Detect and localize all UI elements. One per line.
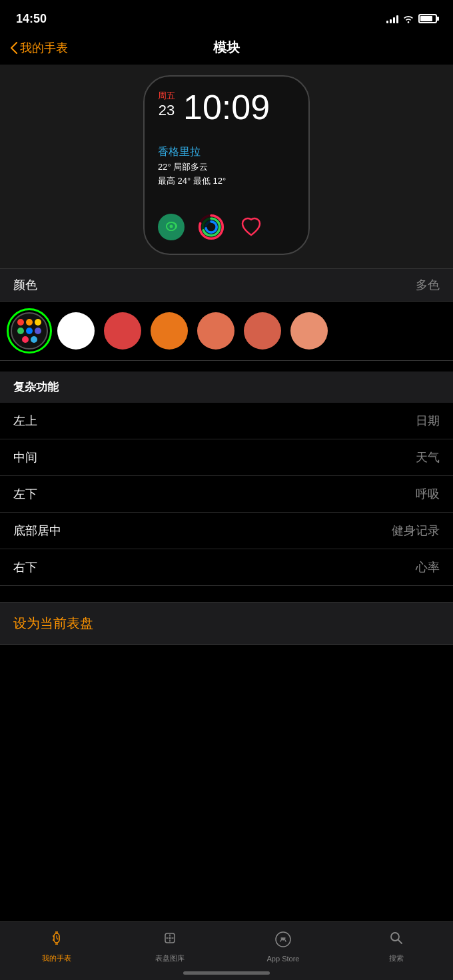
color-section-row: 颜色 多色: [0, 268, 453, 302]
watch-day-label: 周五: [158, 90, 175, 102]
tab-search-icon: [388, 929, 405, 951]
color-red[interactable]: [104, 312, 141, 350]
color-multicolor[interactable]: [11, 312, 48, 350]
watch-preview-container: 周五 23 10:09 香格里拉 22° 局部多云 最高 24° 最低 12°: [0, 65, 453, 268]
color-peach[interactable]: [290, 312, 328, 350]
complication-row-0[interactable]: 左上 日期: [0, 403, 453, 439]
complication-row-3[interactable]: 底部居中 健身记录: [0, 513, 453, 549]
complication-row-2[interactable]: 左下 呼吸: [0, 476, 453, 513]
complication-value-0: 日期: [416, 413, 440, 429]
tab-search[interactable]: 搜索: [340, 929, 453, 963]
tab-watch-faces-icon: [161, 929, 179, 951]
complication-label-4: 右下: [13, 559, 37, 575]
svg-line-23: [398, 940, 402, 943]
status-bar: 14:50: [0, 0, 453, 33]
status-time: 14:50: [16, 12, 47, 26]
home-indicator: [183, 971, 270, 975]
back-label: 我的手表: [20, 40, 68, 56]
complications-label: 复杂功能: [13, 381, 59, 393]
color-salmon[interactable]: [197, 312, 234, 350]
battery-icon: [418, 14, 437, 23]
complications-header: 复杂功能: [0, 371, 453, 403]
tab-watch-faces[interactable]: 表盘图库: [113, 929, 226, 963]
color-value: 多色: [416, 277, 440, 293]
color-label: 颜色: [13, 277, 37, 293]
status-icons: [386, 14, 437, 23]
color-picker-row[interactable]: [0, 302, 453, 361]
complication-value-4: 心率: [416, 559, 440, 575]
set-current-button[interactable]: 设为当前表盘: [13, 616, 93, 630]
complication-label-2: 左下: [13, 486, 37, 502]
svg-point-19: [169, 937, 171, 939]
color-coral[interactable]: [244, 312, 281, 350]
watch-weather-desc: 22° 局部多云: [158, 161, 295, 173]
signal-icon: [386, 14, 398, 23]
complication-activity: [198, 214, 225, 240]
complication-label-3: 底部居中: [13, 523, 61, 539]
complication-value-2: 呼吸: [416, 486, 440, 502]
nav-bar: 我的手表 模块: [0, 33, 453, 65]
watch-weather-range: 最高 24° 最低 12°: [158, 175, 295, 187]
watch-date-block: 周五 23: [158, 90, 175, 119]
tab-my-watch-icon: [48, 929, 65, 951]
tab-app-store-label: App Store: [267, 955, 300, 963]
watch-face: 周五 23 10:09 香格里拉 22° 局部多云 最高 24° 最低 12°: [143, 75, 310, 255]
svg-point-0: [170, 225, 173, 228]
complication-label-0: 左上: [13, 413, 37, 429]
svg-point-22: [391, 933, 399, 941]
complication-heart: [238, 214, 264, 240]
watch-complications: [158, 207, 295, 240]
complication-value-1: 天气: [416, 449, 440, 465]
complications-section: 复杂功能 左上 日期 中间 天气 左下 呼吸 底部居中 健身记录 右下 心率: [0, 371, 453, 586]
back-button[interactable]: 我的手表: [11, 40, 68, 56]
watch-time: 10:09: [183, 90, 270, 124]
complication-breath: [158, 214, 185, 240]
set-current-section[interactable]: 设为当前表盘: [0, 602, 453, 645]
color-white[interactable]: [57, 312, 95, 350]
color-orange[interactable]: [151, 312, 188, 350]
page-title: 模块: [213, 39, 240, 57]
watch-weather: 香格里拉 22° 局部多云 最高 24° 最低 12°: [158, 145, 295, 187]
tab-watch-faces-label: 表盘图库: [155, 953, 185, 963]
tab-my-watch-label: 我的手表: [42, 953, 71, 963]
tab-app-store-icon: [274, 931, 292, 952]
complication-label-1: 中间: [13, 449, 37, 465]
svg-line-13: [57, 938, 58, 939]
complication-value-3: 健身记录: [392, 523, 440, 539]
tab-app-store[interactable]: App Store: [226, 931, 340, 963]
wifi-icon: [402, 14, 414, 23]
tab-my-watch[interactable]: 我的手表: [0, 929, 113, 963]
complication-row-1[interactable]: 中间 天气: [0, 439, 453, 476]
watch-weather-city: 香格里拉: [158, 145, 295, 159]
complication-row-4[interactable]: 右下 心率: [0, 549, 453, 586]
tab-search-label: 搜索: [389, 953, 404, 963]
watch-day-num: 23: [159, 102, 175, 119]
